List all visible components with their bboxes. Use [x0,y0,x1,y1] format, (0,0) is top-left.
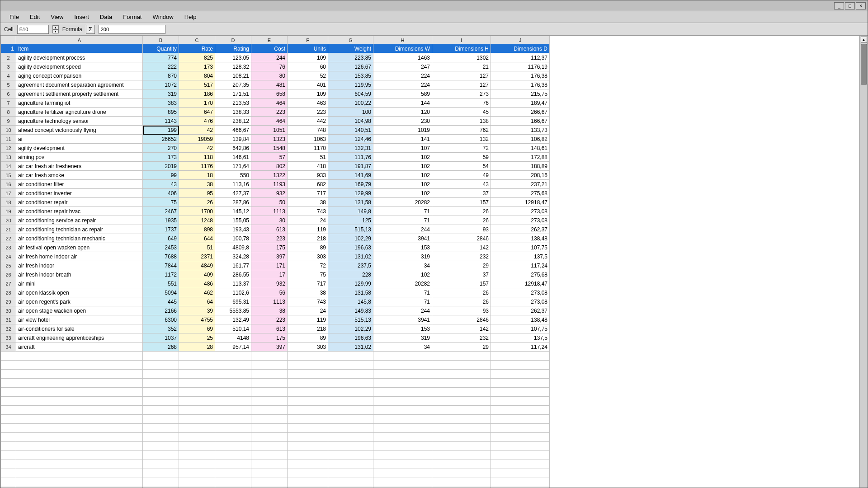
cell-item[interactable]: air open stage wacken open [16,306,143,315]
cell-empty[interactable] [373,487,432,488]
cell-empty[interactable] [491,433,550,442]
cell-value[interactable]: 409 [179,270,215,279]
cell-value[interactable]: 774 [143,53,179,62]
cell-empty[interactable] [491,379,550,388]
cell-value[interactable]: 29 [432,343,491,352]
cell-value[interactable]: 207,35 [215,80,251,89]
row-header-14[interactable]: 14 [1,162,16,171]
cell-empty[interactable] [491,388,550,397]
column-header-D[interactable]: D [215,36,251,44]
cell-value[interactable]: 17 [251,270,288,279]
cell-empty[interactable] [373,352,432,361]
cell-empty[interactable] [179,469,215,478]
cell-empty[interactable] [288,451,328,460]
cell-empty[interactable] [143,424,179,433]
cell-value[interactable]: 39 [179,306,215,315]
cell-value[interactable]: 517 [179,80,215,89]
cell-empty[interactable] [16,379,143,388]
row-header-21[interactable]: 21 [1,225,16,234]
cell-empty[interactable] [215,433,251,442]
cell-item[interactable]: air conditioner inverter [16,189,143,198]
cell-empty[interactable] [16,352,143,361]
row-header-11[interactable]: 11 [1,135,16,144]
cell-value[interactable]: 100 [328,108,373,117]
cell-empty[interactable] [432,397,491,406]
row-header-30[interactable]: 30 [1,306,16,315]
menu-format[interactable]: Format [118,12,147,22]
cell-item[interactable]: ai [16,135,143,144]
cell-value[interactable]: 56 [251,288,288,297]
cell-value[interactable]: 69 [179,324,215,333]
cell-empty[interactable] [491,469,550,478]
cell-value[interactable]: 4148 [215,333,251,343]
cell-value[interactable]: 102 [373,162,432,171]
row-header-20[interactable]: 20 [1,216,16,225]
cell-value[interactable]: 1176 [179,162,215,171]
cell-empty[interactable] [16,487,143,488]
cell-empty[interactable] [251,370,288,379]
cell-empty[interactable] [143,487,179,488]
cell-empty[interactable] [328,469,373,478]
cell-value[interactable]: 140,51 [328,126,373,135]
row-header-24[interactable]: 24 [1,252,16,261]
cell-value[interactable]: 273,08 [491,288,550,297]
row-header-13[interactable]: 13 [1,153,16,162]
cell-value[interactable]: 139,84 [215,135,251,144]
field-header-dimensions-h[interactable]: Dimensions H [432,44,491,53]
cell-value[interactable]: 224 [373,71,432,80]
cell-empty[interactable] [179,361,215,370]
row-header-10[interactable]: 10 [1,126,16,135]
cell-value[interactable]: 113,37 [215,279,251,288]
cell-empty[interactable] [16,361,143,370]
cell-value[interactable]: 26 [179,198,215,207]
cell-value[interactable]: 406 [143,189,179,198]
row-header-3[interactable]: 3 [1,62,16,71]
cell-value[interactable]: 21 [432,62,491,71]
window-minimize-button[interactable]: _ [834,2,844,9]
cell-empty[interactable] [373,361,432,370]
cell-value[interactable]: 658 [251,89,288,99]
cell-value[interactable]: 71 [373,207,432,216]
cell-value[interactable]: 26 [432,216,491,225]
cell-value[interactable]: 49 [432,171,491,180]
cell-value[interactable]: 481 [251,80,288,89]
cell-value[interactable]: 397 [251,343,288,352]
cell-value[interactable]: 146,61 [215,153,251,162]
row-header-23[interactable]: 23 [1,243,16,252]
cell-value[interactable]: 932 [251,189,288,198]
cell-empty[interactable] [215,352,251,361]
cell-empty[interactable] [143,460,179,469]
cell-value[interactable]: 2019 [143,162,179,171]
cell-empty[interactable] [373,433,432,442]
column-header-C[interactable]: C [179,36,215,44]
cell-empty[interactable] [251,424,288,433]
cell-value[interactable]: 324,28 [215,252,251,261]
cell-value[interactable]: 26 [432,297,491,306]
cell-value[interactable]: 119 [288,315,328,324]
cell-value[interactable]: 237,5 [328,261,373,270]
cell-value[interactable]: 762 [432,126,491,135]
cell-empty[interactable] [179,370,215,379]
cell-empty[interactable] [251,388,288,397]
cell-value[interactable]: 176,38 [491,71,550,80]
cell-value[interactable]: 352 [143,324,179,333]
cell-value[interactable]: 45 [432,108,491,117]
cell-value[interactable]: 26652 [143,135,179,144]
cell-empty[interactable] [16,397,143,406]
cell-empty[interactable] [143,478,179,487]
cell-empty[interactable] [432,352,491,361]
row-header-16[interactable]: 16 [1,180,16,189]
cell-value[interactable]: 4809,8 [215,243,251,252]
cell-value[interactable]: 642,86 [215,144,251,153]
cell-value[interactable]: 1737 [143,225,179,234]
cell-value[interactable]: 89 [288,243,328,252]
cell-value[interactable]: 161,77 [215,261,251,270]
cell-value[interactable]: 124,46 [328,135,373,144]
cell-value[interactable]: 29 [432,261,491,270]
cell-empty[interactable] [179,442,215,451]
cell-value[interactable]: 20282 [373,279,432,288]
cell-empty[interactable] [288,487,328,488]
cell-value[interactable]: 129,99 [328,189,373,198]
cell-item[interactable]: air conditioner repair [16,198,143,207]
cell-value[interactable]: 72 [288,261,328,270]
